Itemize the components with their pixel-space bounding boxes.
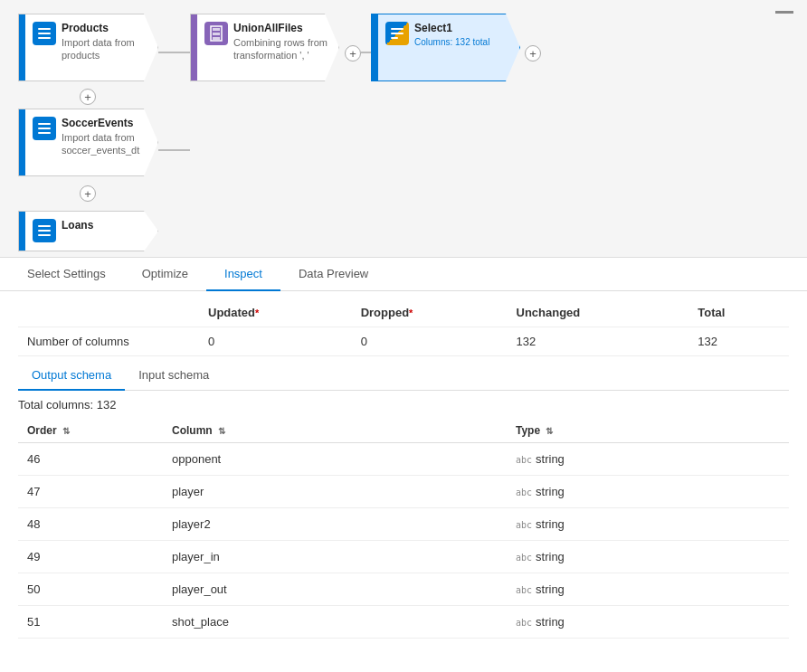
column-sort-icon: ⇅ [218,426,225,436]
node-select1[interactable]: Select1 Columns: 132 total [371,14,520,81]
stats-row-label: Number of columns [18,327,199,356]
svg-rect-3 [38,123,51,125]
add-right-select1[interactable]: + [525,45,541,62]
loans-left-bar [19,212,25,251]
stats-section: Updated* Dropped* Unchanged Total Number… [0,298,807,356]
type-sort-icon: ⇅ [546,426,553,436]
table-row: 50 player_out abcstring [18,573,789,606]
union-left-bar [191,14,197,80]
col-header-order[interactable]: Order ⇅ [18,419,163,443]
add-below-soccer[interactable]: + [80,185,96,202]
type-icon-0: abc [516,455,532,465]
row-order-0: 46 [18,443,163,476]
type-icon-3: abc [516,553,532,563]
table-row: 48 player2 abcstring [18,508,789,541]
stats-header-updated: Updated* [199,298,352,327]
row-order-5: 51 [18,606,163,639]
row-type-1: abcstring [507,476,789,508]
total-columns-label: Total columns: 132 [18,391,789,419]
col-header-column[interactable]: Column ⇅ [163,419,507,443]
svg-rect-8 [38,234,51,236]
tab-select-settings[interactable]: Select Settings [9,258,124,291]
soccer-desc: Import data from soccer_events_dt [62,131,147,157]
stats-header-empty [18,298,199,327]
table-row: 47 player abcstring [18,476,789,508]
stats-header-dropped: Dropped* [352,298,508,327]
svg-rect-11 [391,37,398,39]
row-order-3: 49 [18,541,163,573]
svg-rect-9 [391,28,404,30]
soccer-left-bar [19,109,25,175]
row-order-4: 50 [18,573,163,606]
pipeline-canvas: Products Import data from products + Soc… [0,0,807,258]
row-column-0: opponent [163,443,507,476]
row-type-3: abcstring [507,541,789,573]
tab-data-preview[interactable]: Data Preview [280,258,386,291]
row-column-2: player2 [163,508,507,541]
products-title: Products [62,22,147,34]
stats-updated-value: 0 [199,327,352,356]
table-row: 49 player_in abcstring [18,541,789,573]
stats-row-columns: Number of columns 0 0 132 132 [18,327,789,356]
row-column-4: player_out [163,573,507,606]
row-type-5: abcstring [507,606,789,639]
svg-rect-6 [38,225,51,227]
row-order-2: 48 [18,508,163,541]
minimize-button[interactable] [775,11,793,14]
svg-rect-5 [38,132,51,134]
select1-desc: Columns: 132 total [414,36,508,48]
row-type-2: abcstring [507,508,789,541]
order-sort-icon: ⇅ [62,426,70,436]
bottom-panel: Select Settings Optimize Inspect Data Pr… [0,258,807,639]
node-products[interactable]: Products Import data from products [18,14,158,81]
svg-rect-2 [38,37,51,39]
svg-rect-7 [38,230,51,232]
union-icon [204,22,228,45]
schema-tabs: Output schema Input schema [18,361,789,391]
row-column-1: player [163,476,507,508]
type-icon-4: abc [516,585,532,595]
type-icon-2: abc [516,520,532,530]
conn-products-union [158,52,190,53]
union-title: UnionAllFiles [233,22,328,34]
schema-tab-output[interactable]: Output schema [18,361,125,391]
node-soccer-events[interactable]: SoccerEvents Import data from soccer_eve… [18,109,158,176]
svg-rect-4 [38,128,51,129]
stats-table: Updated* Dropped* Unchanged Total Number… [18,298,789,356]
row-type-4: abcstring [507,573,789,606]
products-icon [33,22,56,45]
stats-header-total: Total [688,298,789,327]
col-header-type[interactable]: Type ⇅ [507,419,789,443]
schema-data-table: Order ⇅ Column ⇅ Type ⇅ 46 opponent [18,419,789,639]
conn-soccer-union [158,149,190,151]
node-union[interactable]: UnionAllFiles Combining rows from transf… [190,14,339,81]
stats-unchanged-value: 132 [508,327,689,356]
svg-rect-10 [391,33,404,34]
soccer-icon [33,117,56,140]
node-loans[interactable]: Loans [18,211,158,251]
stats-dropped-value: 0 [352,327,508,356]
tab-inspect[interactable]: Inspect [206,258,280,291]
stats-total-value: 132 [688,327,789,356]
tabs-bar: Select Settings Optimize Inspect Data Pr… [0,258,807,291]
node-left-bar [19,14,25,80]
row-column-3: player_in [163,541,507,573]
soccer-title: SoccerEvents [62,117,147,129]
schema-section: Output schema Input schema Total columns… [0,361,807,639]
select-icon [385,22,409,45]
tab-optimize[interactable]: Optimize [124,258,206,291]
add-right-union[interactable]: + [345,45,361,62]
union-desc: Combining rows from transformation ', ' [233,36,328,62]
type-icon-1: abc [516,487,532,497]
stats-header-unchanged: Unchanged [508,298,689,327]
add-below-products[interactable]: + [80,89,96,105]
svg-rect-0 [38,28,51,30]
svg-rect-1 [38,33,51,34]
select-left-bar [372,14,378,80]
schema-tab-input[interactable]: Input schema [125,361,223,391]
table-row: 51 shot_place abcstring [18,606,789,639]
table-row: 46 opponent abcstring [18,443,789,476]
row-type-0: abcstring [507,443,789,476]
loans-title: Loans [62,219,147,232]
loans-icon [33,219,56,242]
